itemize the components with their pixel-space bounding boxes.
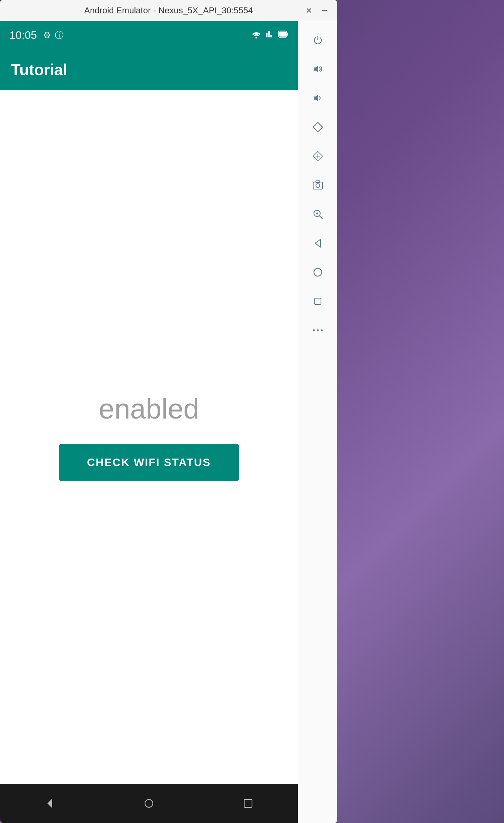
signal-icon — [266, 30, 274, 41]
rotate-left-button[interactable] — [305, 144, 330, 169]
wifi-icon — [251, 30, 262, 41]
sidebar-home-button[interactable] — [305, 260, 330, 285]
svg-marker-4 — [47, 799, 52, 808]
svg-marker-9 — [313, 122, 323, 132]
svg-rect-22 — [315, 298, 321, 304]
svg-rect-3 — [286, 33, 288, 36]
app-bar: Tutorial — [0, 49, 298, 90]
close-button[interactable]: ✕ — [303, 4, 315, 17]
app-title: Tutorial — [11, 61, 67, 79]
recent-nav-button[interactable] — [240, 796, 256, 811]
status-right — [251, 30, 288, 41]
svg-point-21 — [314, 268, 322, 276]
svg-point-5 — [145, 799, 153, 807]
sidebar-more-button[interactable] — [305, 318, 330, 343]
title-bar-controls: ✕ ─ — [303, 4, 331, 17]
svg-marker-7 — [314, 66, 318, 73]
svg-point-24 — [317, 330, 319, 331]
svg-marker-8 — [314, 95, 318, 102]
emulator-window: Android Emulator - Nexus_5X_API_30:5554 … — [0, 0, 337, 823]
volume-up-button[interactable] — [305, 56, 330, 82]
minimize-button[interactable]: ─ — [318, 4, 331, 17]
info-icon: ⓘ — [55, 29, 63, 41]
svg-rect-6 — [244, 799, 252, 807]
screenshot-button[interactable] — [305, 173, 330, 198]
check-wifi-button[interactable]: CHECK WIFI STATUS — [59, 444, 239, 481]
status-time: 10:05 — [9, 29, 37, 42]
sidebar-recent-button[interactable] — [305, 289, 330, 314]
svg-rect-2 — [279, 32, 286, 37]
emulator-body: 10:05 ⚙ ⓘ — [0, 21, 337, 823]
back-nav-button[interactable] — [42, 796, 58, 811]
title-bar: Android Emulator - Nexus_5X_API_30:5554 … — [0, 0, 337, 21]
home-nav-button[interactable] — [141, 796, 157, 811]
status-icons: ⚙ ⓘ — [43, 29, 63, 41]
wifi-status-text: enabled — [99, 393, 199, 425]
svg-point-14 — [316, 184, 320, 188]
rotate-right-button[interactable] — [305, 115, 330, 140]
status-left: 10:05 ⚙ ⓘ — [9, 29, 63, 42]
settings-icon: ⚙ — [43, 30, 51, 40]
svg-point-0 — [256, 37, 257, 38]
title-bar-text: Android Emulator - Nexus_5X_API_30:5554 — [84, 5, 253, 16]
svg-rect-13 — [313, 182, 323, 189]
main-content: enabled CHECK WIFI STATUS — [0, 90, 298, 784]
svg-point-23 — [313, 330, 315, 331]
svg-line-17 — [319, 216, 323, 219]
sidebar-controls — [298, 21, 337, 823]
nav-bar — [0, 784, 298, 823]
svg-marker-20 — [315, 239, 321, 247]
phone-screen: 10:05 ⚙ ⓘ — [0, 21, 298, 823]
volume-down-button[interactable] — [305, 86, 330, 111]
status-bar: 10:05 ⚙ ⓘ — [0, 21, 298, 49]
power-button[interactable] — [305, 27, 330, 53]
sidebar-back-button[interactable] — [305, 231, 330, 256]
battery-icon — [278, 30, 288, 41]
svg-point-25 — [321, 330, 323, 331]
zoom-button[interactable] — [305, 202, 330, 227]
